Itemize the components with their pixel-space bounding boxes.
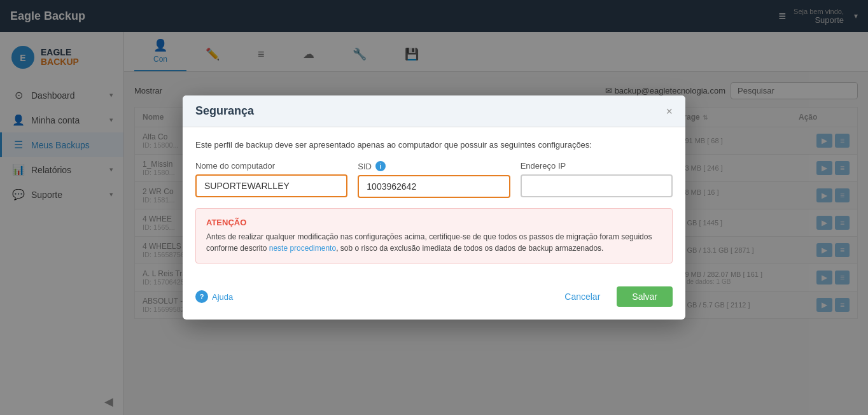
modal-description: Este perfil de backup deve ser apresenta… <box>195 140 673 150</box>
form-group-ip: Endereço IP <box>521 161 673 198</box>
warning-box: ATENÇÃO Antes de realizar qualquer modif… <box>195 208 673 264</box>
modal-footer: ? Ajuda Cancelar Salvar <box>183 286 685 320</box>
footer-buttons: Cancelar Salvar <box>554 286 673 307</box>
modal-header: Segurança × <box>183 95 685 127</box>
form-group-computer-name: Nome do computador <box>195 161 347 198</box>
modal-title: Segurança <box>195 104 254 118</box>
seguranca-modal: Segurança × Este perfil de backup deve s… <box>183 95 685 320</box>
form-row-fields: Nome do computador SID i Endereço IP <box>195 161 673 198</box>
save-button[interactable]: Salvar <box>617 286 673 307</box>
computer-name-label: Nome do computador <box>195 161 347 171</box>
form-group-sid: SID i <box>358 161 510 198</box>
sid-label: SID <box>358 162 372 171</box>
modal-overlay[interactable]: Segurança × Este perfil de backup deve s… <box>0 0 868 415</box>
computer-name-input[interactable] <box>195 174 347 197</box>
warning-title: ATENÇÃO <box>206 218 662 227</box>
ip-label: Endereço IP <box>521 161 673 171</box>
sid-input[interactable] <box>358 175 510 198</box>
help-icon: ? <box>195 290 208 303</box>
modal-body: Este perfil de backup deve ser apresenta… <box>183 127 685 286</box>
cancel-button[interactable]: Cancelar <box>554 286 610 307</box>
ip-input[interactable] <box>521 174 673 197</box>
warning-link[interactable]: neste procedimento <box>269 244 336 253</box>
help-link[interactable]: ? Ajuda <box>195 290 233 303</box>
sid-info-icon[interactable]: i <box>375 161 386 171</box>
modal-close-button[interactable]: × <box>666 106 673 117</box>
sid-label-row: SID i <box>358 161 510 171</box>
help-label: Ajuda <box>212 292 233 302</box>
warning-text: Antes de realizar qualquer modificação n… <box>206 231 662 254</box>
